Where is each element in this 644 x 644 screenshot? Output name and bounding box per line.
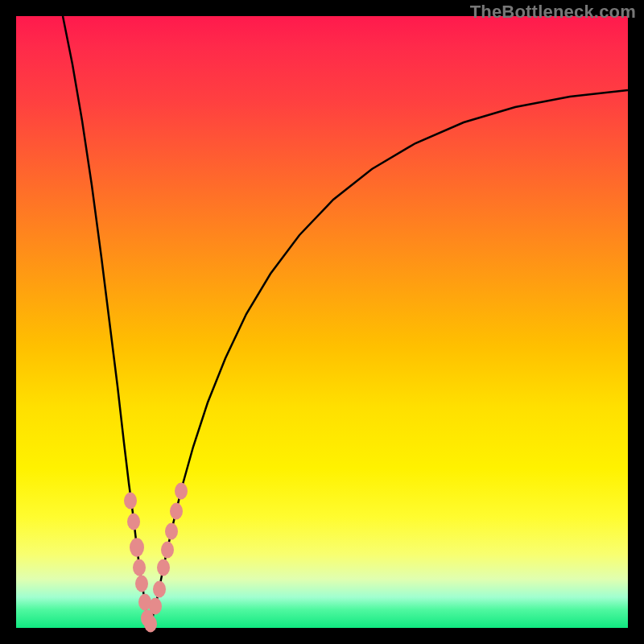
data-marker (130, 538, 144, 556)
data-marker (149, 598, 162, 615)
data-marker (135, 576, 148, 592)
data-marker (127, 514, 140, 530)
data-marker (144, 616, 157, 633)
data-marker (157, 559, 170, 576)
watermark-text: TheBottleneck.com (470, 2, 636, 23)
data-marker (170, 503, 183, 520)
curve-left-branch (63, 16, 149, 626)
bottleneck-curve (63, 16, 628, 626)
data-marker (161, 542, 174, 559)
data-marker (124, 493, 137, 510)
data-markers (124, 483, 188, 633)
data-marker (153, 581, 166, 598)
chart-root: TheBottleneck.com (0, 0, 644, 644)
curve-right-branch (149, 90, 628, 626)
data-marker (133, 559, 146, 576)
chart-svg (16, 16, 628, 628)
data-marker (165, 523, 178, 540)
data-marker (175, 483, 188, 500)
